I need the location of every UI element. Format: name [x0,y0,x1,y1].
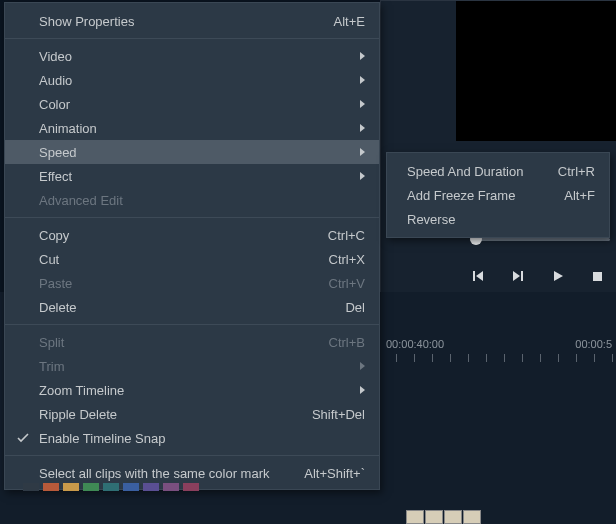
timeline-ruler[interactable]: 00:00:40:00 00:00:5 [378,332,616,356]
menu-select-color-mark[interactable]: Select all clips with the same color mar… [5,461,379,485]
svg-marker-1 [476,271,483,281]
color-swatch[interactable] [163,483,179,491]
color-swatch[interactable] [23,483,39,491]
color-swatch[interactable] [43,483,59,491]
menu-effect[interactable]: Effect [5,164,379,188]
check-icon [17,432,29,447]
submenu-arrow-icon [360,76,365,84]
menu-shortcut: Alt+E [334,14,365,29]
menu-label: Copy [39,228,328,243]
menu-label: Reverse [407,212,595,227]
svg-rect-5 [593,272,602,281]
menu-delete[interactable]: Delete Del [5,295,379,319]
submenu-arrow-icon [360,362,365,370]
stop-icon[interactable] [592,271,603,282]
menu-label: Advanced Edit [39,193,365,208]
submenu-arrow-icon [360,148,365,156]
next-frame-icon[interactable] [512,270,524,282]
menu-separator [5,38,379,39]
menu-separator [5,455,379,456]
prev-frame-icon[interactable] [472,270,484,282]
submenu-arrow-icon [360,100,365,108]
svg-marker-4 [554,271,563,281]
submenu-reverse[interactable]: Reverse [387,207,609,231]
menu-animation[interactable]: Animation [5,116,379,140]
menu-label: Paste [39,276,329,291]
menu-label: Split [39,335,329,350]
color-swatch[interactable] [143,483,159,491]
menu-label: Audio [39,73,352,88]
menu-label: Show Properties [39,14,334,29]
color-swatch[interactable] [183,483,199,491]
menu-advanced-edit: Advanced Edit [5,188,379,212]
color-swatch-row [23,483,199,491]
menu-shortcut: Ctrl+R [558,164,595,179]
preview-panel [380,0,616,292]
menu-copy[interactable]: Copy Ctrl+C [5,223,379,247]
menu-label: Speed [39,145,352,160]
menu-zoom-timeline[interactable]: Zoom Timeline [5,378,379,402]
menu-label: Effect [39,169,352,184]
clip-context-menu: Show Properties Alt+E Video Audio Color … [4,2,380,490]
menu-label: Animation [39,121,352,136]
menu-label: Speed And Duration [407,164,558,179]
menu-shortcut: Ctrl+C [328,228,365,243]
menu-label: Video [39,49,352,64]
menu-shortcut: Ctrl+X [329,252,365,267]
player-controls [460,262,616,290]
clip-thumbnails[interactable] [406,510,616,524]
ruler-ticks [378,354,616,362]
menu-ripple-delete[interactable]: Ripple Delete Shift+Del [5,402,379,426]
menu-separator [5,217,379,218]
svg-rect-0 [473,271,475,281]
playback-slider[interactable] [470,238,610,241]
menu-enable-snap[interactable]: Enable Timeline Snap [5,426,379,450]
menu-separator [5,324,379,325]
color-swatch[interactable] [63,483,79,491]
svg-marker-2 [513,271,520,281]
play-icon[interactable] [552,270,564,282]
menu-color[interactable]: Color [5,92,379,116]
menu-cut[interactable]: Cut Ctrl+X [5,247,379,271]
ruler-time-1: 00:00:40:00 [386,338,444,350]
preview-viewport [456,1,616,141]
menu-label: Cut [39,252,329,267]
menu-label: Zoom Timeline [39,383,352,398]
menu-label: Trim [39,359,352,374]
color-swatch[interactable] [83,483,99,491]
menu-label: Enable Timeline Snap [39,431,365,446]
submenu-arrow-icon [360,52,365,60]
menu-split: Split Ctrl+B [5,330,379,354]
menu-label: Select all clips with the same color mar… [39,466,304,481]
menu-video[interactable]: Video [5,44,379,68]
speed-submenu: Speed And Duration Ctrl+R Add Freeze Fra… [386,152,610,238]
menu-paste: Paste Ctrl+V [5,271,379,295]
menu-label: Ripple Delete [39,407,312,422]
menu-shortcut: Alt+F [564,188,595,203]
submenu-arrow-icon [360,124,365,132]
submenu-arrow-icon [360,172,365,180]
menu-label: Add Freeze Frame [407,188,564,203]
menu-speed[interactable]: Speed [5,140,379,164]
ruler-time-2: 00:00:5 [575,338,612,350]
menu-audio[interactable]: Audio [5,68,379,92]
submenu-add-freeze-frame[interactable]: Add Freeze Frame Alt+F [387,183,609,207]
menu-shortcut: Alt+Shift+` [304,466,365,481]
submenu-speed-duration[interactable]: Speed And Duration Ctrl+R [387,159,609,183]
menu-show-properties[interactable]: Show Properties Alt+E [5,9,379,33]
menu-trim: Trim [5,354,379,378]
menu-shortcut: Shift+Del [312,407,365,422]
svg-rect-3 [521,271,523,281]
submenu-arrow-icon [360,386,365,394]
menu-shortcut: Ctrl+V [329,276,365,291]
menu-shortcut: Del [345,300,365,315]
menu-label: Color [39,97,352,112]
menu-shortcut: Ctrl+B [329,335,365,350]
color-swatch[interactable] [103,483,119,491]
color-swatch[interactable] [123,483,139,491]
menu-label: Delete [39,300,345,315]
